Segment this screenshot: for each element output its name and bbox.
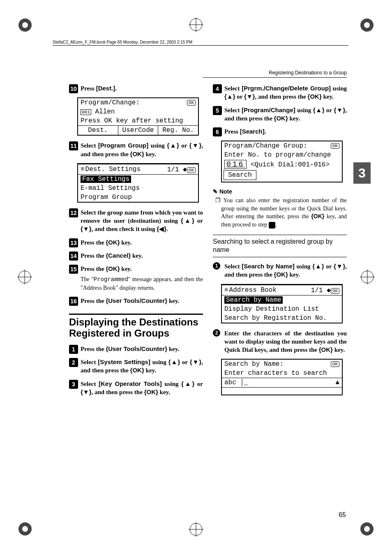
- sub1-p1: [Search by Name]: [242, 263, 295, 270]
- sb-down: {▼}: [190, 358, 202, 365]
- lcd5-arrow: ▲: [335, 379, 339, 386]
- lcd-screen-2: Dest. Settings 1/1 ◆OK Fax Settings E-ma…: [77, 163, 199, 203]
- step-d: 4 Select [Prgrm./Change/Delete Group] us…: [213, 84, 347, 101]
- svg-point-1: [22, 22, 28, 28]
- step-num-15: 15: [69, 265, 78, 274]
- se-p1: [Program/Change]: [242, 106, 295, 113]
- sub1-p0: Select: [224, 263, 242, 270]
- sd-p6: , and then press the: [255, 93, 307, 100]
- lcd1-ok: OK: [187, 100, 196, 106]
- sc-p8: key.: [158, 389, 170, 395]
- crop-mark-br: [359, 521, 375, 537]
- lcd3-search-btn: Search: [228, 171, 252, 179]
- s15-b0: The ": [81, 276, 94, 282]
- s11-p2: using: [148, 142, 167, 149]
- crop-mark-bl: [17, 521, 33, 537]
- step-e: 5 Select [Program/Change] using {▲} or {…: [213, 106, 347, 123]
- s16-p0: Press the: [81, 298, 106, 304]
- sub2-p2: key.: [333, 346, 345, 353]
- se-p4: or: [325, 107, 334, 113]
- s16-p2: key.: [167, 298, 179, 304]
- crop-mark-tl: [17, 17, 33, 33]
- lcd3-line1: Program/Change Group:: [224, 142, 307, 150]
- s15-b1: Programmed: [94, 276, 128, 283]
- substep-2: 2 Enter the characters of the destinatio…: [213, 329, 347, 354]
- s13-ok: {OK}: [106, 239, 120, 246]
- sc-p1: [Key Operator Tools]: [99, 380, 162, 387]
- s14-cancel: {Cancel}: [106, 252, 131, 259]
- align-target-left: [17, 270, 32, 284]
- s12-left: {◀}: [157, 225, 166, 232]
- s11-p4: or: [179, 142, 189, 149]
- lcd5-mode: abc: [224, 379, 236, 386]
- step-num-a: 1: [69, 345, 78, 354]
- step10-ui: [Dest.]: [96, 85, 115, 92]
- note-ok: {OK}: [311, 213, 324, 219]
- s15-p2: key.: [120, 265, 132, 272]
- lcd2-item2: E-mail Settings: [81, 185, 140, 192]
- step-num-16: 16: [69, 297, 78, 306]
- sub1-ok: {OK}: [274, 271, 288, 278]
- crop-mark-tr: [359, 17, 375, 33]
- sa-p2: key.: [167, 346, 179, 352]
- note-header: Note: [213, 188, 347, 195]
- step-15: 15 Press the {OK} key. The "Programmed" …: [69, 265, 203, 292]
- step-num-11: 11: [69, 141, 78, 150]
- s15-p0: Press the: [81, 265, 106, 272]
- sf-p0: Press: [224, 128, 240, 135]
- lcd4-item3: Search by Registration No.: [224, 314, 327, 322]
- step-num-d: 4: [213, 84, 222, 93]
- lcd2-menu-icon: [81, 166, 85, 173]
- svg-point-3: [364, 22, 370, 28]
- note-p4: .: [275, 222, 277, 228]
- s16-utc: {User Tools/Counter}: [106, 297, 167, 304]
- step-b: 2 Select [System Settings] using {▲} or …: [69, 358, 203, 375]
- se-p2: using: [295, 107, 313, 113]
- sc-p4: or: [194, 381, 203, 387]
- se-ok: {OK}: [274, 115, 288, 122]
- lcd5-line2: Enter characters to search: [224, 369, 327, 377]
- lcd1-name: Allen: [95, 108, 115, 115]
- sd-ok: {OK}: [308, 93, 322, 100]
- sub2-ok: {OK}: [319, 346, 333, 353]
- s12-p6: .: [166, 226, 168, 232]
- lcd4-header: Address Book: [229, 286, 277, 294]
- lcd5-ok: OK: [331, 361, 339, 367]
- s13-p2: key.: [120, 239, 132, 246]
- lcd-screen-1: Program/Change: OK 001 Allen Press OK ke…: [77, 97, 199, 136]
- lcd2-ok: OK: [187, 167, 196, 173]
- sc-p2: using: [162, 381, 181, 387]
- sf-p2: .: [265, 128, 266, 135]
- s14-p2: key.: [131, 252, 143, 259]
- lcd1-line3: Press OK key after setting: [81, 117, 183, 125]
- section-heading: Displaying the Destinations Registered i…: [69, 314, 203, 339]
- sa-utc: {User Tools/Counter}: [106, 345, 167, 352]
- se-down: {▼}: [334, 106, 345, 113]
- step-num-14: 14: [69, 252, 78, 261]
- sd-down: {▼}: [244, 93, 255, 100]
- svg-point-7: [364, 526, 370, 532]
- sf-p1: [Search]: [240, 128, 265, 135]
- substep-1: 1 Select [Search by Name] using {▲} or {…: [213, 262, 347, 279]
- sub1-up: {▲}: [312, 263, 324, 270]
- lcd-screen-5: Search by Name: OK Enter characters to s…: [221, 359, 343, 395]
- left-column: 10 Press [Dest.]. Program/Change: OK 001…: [69, 84, 203, 513]
- sb-p2: using: [150, 359, 168, 365]
- sb-p4: or: [180, 359, 189, 365]
- step-num-f: 6: [213, 127, 222, 136]
- lcd1-btn-usercode: UserCode: [118, 126, 159, 135]
- sd-p2: using: [331, 85, 347, 92]
- sc-down: {▼}: [81, 388, 92, 395]
- lcd-screen-4: Address Book 1/1 ◆OK Search by Name Disp…: [221, 284, 343, 323]
- sc-up: {▲}: [181, 380, 194, 387]
- s14-p0: Press the: [81, 252, 106, 259]
- lcd4-ok: OK: [331, 288, 339, 294]
- step-13: 13 Press the {OK} key.: [69, 238, 203, 247]
- lcd1-line1: Program/Change:: [81, 99, 140, 106]
- sd-p8: key.: [322, 93, 334, 100]
- step-num-c: 3: [69, 380, 78, 389]
- se-p8: key.: [288, 115, 300, 122]
- lcd5-line1: Search by Name:: [224, 360, 284, 368]
- step-num-13: 13: [69, 238, 78, 247]
- s15-ok: {OK}: [106, 265, 120, 272]
